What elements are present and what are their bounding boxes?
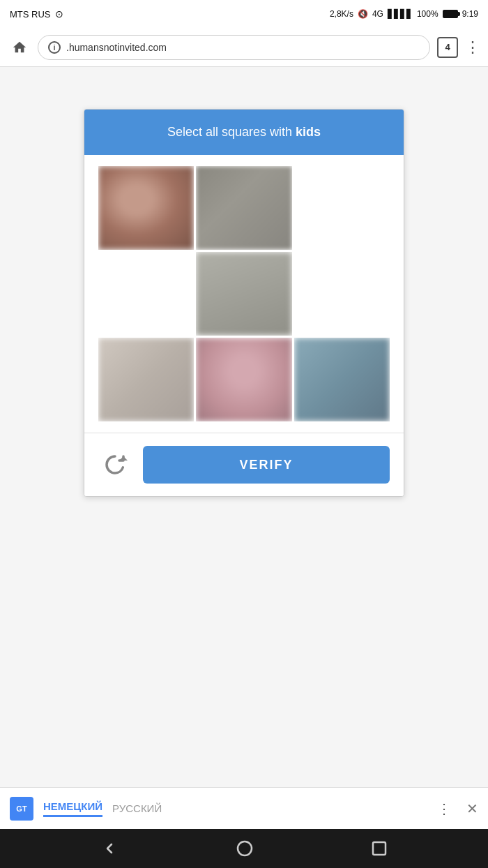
translate-t-letter: T [22, 805, 27, 813]
whatsapp-icon: ⊙ [55, 8, 63, 20]
grid-cell-3 [294, 166, 390, 250]
battery-percent: 100% [417, 9, 439, 19]
captcha-footer: VERIFY [84, 433, 404, 496]
translation-menu-button[interactable]: ⋮ [437, 800, 451, 817]
svg-marker-0 [119, 456, 128, 461]
captcha-grid-area [84, 155, 404, 433]
carrier-text: MTS RUS [10, 9, 51, 20]
status-left: MTS RUS ⊙ [10, 8, 63, 20]
grid-cell-4 [98, 252, 194, 336]
page-content: Select all squares with kids [0, 67, 488, 787]
cell-image-7 [98, 338, 194, 421]
captcha-card: Select all squares with kids [84, 109, 404, 497]
translation-close-button[interactable]: ✕ [466, 800, 478, 817]
captcha-grid [98, 166, 390, 421]
cell-image-5 [196, 252, 291, 336]
translate-g-letter: G [16, 805, 22, 813]
svg-rect-2 [373, 842, 386, 855]
grid-cell-9[interactable] [294, 338, 390, 421]
url-bar[interactable]: i .humansnotinvited.com [38, 35, 430, 60]
captcha-keyword: kids [296, 125, 321, 139]
back-button[interactable] [101, 840, 118, 857]
grid-cell-8[interactable] [196, 338, 291, 421]
nav-home-button[interactable] [236, 840, 253, 857]
status-right: 2,8K/s 🔇 4G ▋▋▋▋ 100% 9:19 [330, 9, 478, 19]
translation-bar: G T НЕМЕЦКИЙ РУССКИЙ ⋮ ✕ [0, 787, 488, 829]
translate-icon: G T [10, 797, 33, 821]
grid-cell-2[interactable] [196, 166, 291, 250]
recents-button[interactable] [372, 841, 387, 856]
verify-button[interactable]: VERIFY [143, 446, 390, 484]
grid-cell-6 [294, 252, 390, 336]
network-speed: 2,8K/s [330, 9, 353, 19]
svg-point-1 [238, 841, 252, 855]
browser-menu-button[interactable]: ⋮ [465, 40, 480, 55]
language-russian-button[interactable]: РУССКИЙ [112, 802, 162, 814]
captcha-instruction: Select all squares with kids [167, 125, 321, 140]
grid-cell-7[interactable] [98, 338, 194, 421]
grid-cell-1[interactable] [98, 166, 194, 250]
battery-icon [443, 10, 458, 18]
signal-bars: ▋▋▋▋ [388, 9, 413, 19]
bottom-nav [0, 829, 488, 868]
cell-image-2 [196, 166, 291, 250]
browser-bar: i .humansnotinvited.com 4 ⋮ [0, 28, 488, 67]
info-icon: i [48, 41, 61, 54]
captcha-header: Select all squares with kids [84, 110, 404, 155]
cell-image-9 [294, 338, 390, 421]
home-button[interactable] [8, 36, 31, 59]
cell-image-1 [98, 166, 194, 250]
clock: 9:19 [462, 9, 478, 19]
tab-count-button[interactable]: 4 [437, 37, 458, 58]
refresh-button[interactable] [98, 448, 132, 481]
grid-cell-5[interactable] [196, 252, 291, 336]
url-text: .humansnotinvited.com [66, 42, 167, 53]
captcha-instruction-prefix: Select all squares with [167, 125, 296, 139]
network-4g: 4G [372, 9, 383, 19]
mute-icon: 🔇 [358, 9, 368, 19]
cell-image-8 [196, 338, 291, 421]
status-bar: MTS RUS ⊙ 2,8K/s 🔇 4G ▋▋▋▋ 100% 9:19 [0, 0, 488, 28]
language-german-button[interactable]: НЕМЕЦКИЙ [43, 800, 102, 817]
